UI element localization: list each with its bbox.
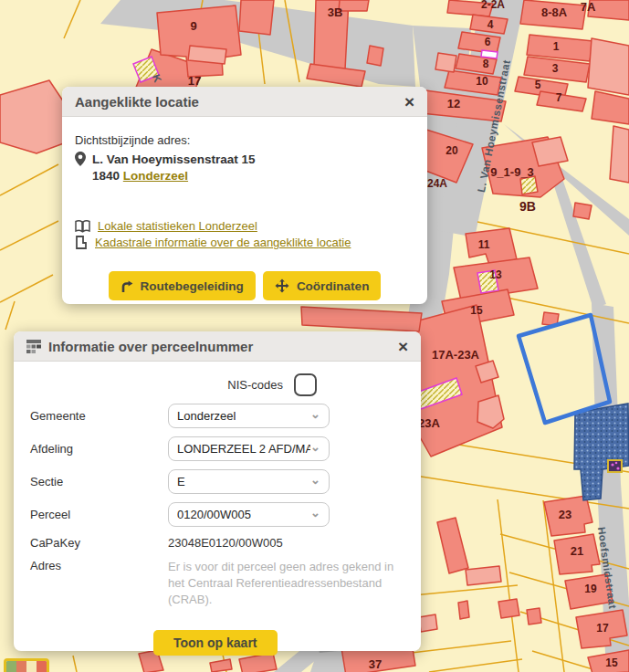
clicked-location-panel: Aangeklikte locatie × Dichtstbijzijnde a… [62,87,427,304]
sectie-label: Sectie [30,475,152,488]
nis-codes-checkbox[interactable] [294,373,317,396]
perceel-value: 0120/00W005 [177,508,251,521]
route-icon [121,279,133,293]
minimap-red2 [37,661,47,672]
nis-codes-label: NIS-codes [227,378,283,392]
clicked-location-title: Aangeklikte locatie [75,94,199,110]
purple-symbol-icon [608,460,622,472]
chevron-down-icon: ⌄ [310,473,320,487]
perceel-select[interactable]: 0120/00W005 ⌄ [168,502,330,527]
book-icon [75,220,90,233]
show-on-map-button[interactable]: Toon op kaart [153,630,278,656]
sectie-select[interactable]: E ⌄ [168,469,330,494]
chevron-down-icon: ⌄ [310,407,320,421]
close-icon[interactable]: × [398,338,408,355]
capakey-label: CaPaKey [30,536,152,550]
parcel-info-header: Informatie over perceelnummer × [14,331,421,362]
capakey-value: 23048E0120/00W005 [168,536,392,550]
minimap-green [6,661,16,672]
parcel-info-panel: Informatie over perceelnummer × NIS-code… [14,331,421,651]
minimap-red [16,661,26,672]
parcel-icon [75,236,88,249]
afdeling-value: LONDERZEEL 2 AFD/MALI [177,442,310,456]
grid-icon [26,340,41,353]
gemeente-label: Gemeente [30,409,152,423]
minimap-yellow [26,661,37,672]
move-arrows-icon [275,278,289,293]
overview-map-toggle[interactable] [4,658,49,672]
adres-value: Er is voor dit perceel geen adres gekend… [168,559,407,608]
chevron-down-icon: ⌄ [310,506,320,520]
route-guidance-label: Routebegeleiding [141,279,244,293]
local-statistics-link[interactable]: Lokale statistieken Londerzeel [98,219,257,233]
address-street: L. Van Hoeymissenstraat 15 [92,152,256,166]
map-viewport[interactable]: 917153B2-2A8-8A7A461831057122024A9_1-9_3… [0,0,629,672]
parcel-info-title: Informatie over perceelnummer [48,339,253,354]
gemeente-select[interactable]: Londerzeel ⌄ [168,404,330,428]
close-icon[interactable]: × [404,93,414,110]
nearest-address-label: Dichtstbijzijnde adres: [75,133,414,147]
chevron-down-icon: ⌄ [310,440,320,454]
adres-label: Adres [30,559,152,608]
gemeente-value: Londerzeel [177,409,236,423]
afdeling-select[interactable]: LONDERZEEL 2 AFD/MALI ⌄ [168,436,330,461]
afdeling-label: Afdeling [30,442,152,456]
clicked-location-header: Aangeklikte locatie × [62,87,427,117]
coordinates-label: Coördinaten [297,279,370,293]
cadastral-info-link[interactable]: Kadastrale informatie over de aangeklikt… [95,236,351,249]
perceel-label: Perceel [30,508,152,521]
city-link[interactable]: Londerzeel [123,169,188,183]
location-pin-icon [75,152,86,166]
address-postal-code: 1840 [92,169,120,183]
sectie-value: E [177,475,185,488]
coordinates-button[interactable]: Coördinaten [263,271,382,300]
route-guidance-button[interactable]: Routebegeleiding [109,271,256,300]
